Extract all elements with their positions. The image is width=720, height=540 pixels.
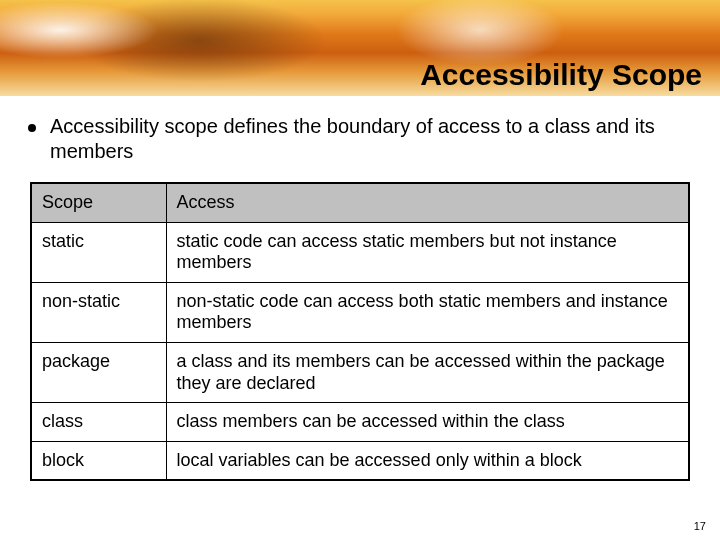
slide-title: Accessibility Scope (420, 58, 702, 92)
table-row: static static code can access static mem… (31, 222, 689, 282)
page-number: 17 (694, 520, 706, 532)
col-header-access: Access (166, 183, 689, 222)
table-row: block local variables can be accessed on… (31, 441, 689, 480)
cell-access: local variables can be accessed only wit… (166, 441, 689, 480)
cell-access: static code can access static members bu… (166, 222, 689, 282)
cell-scope: package (31, 342, 166, 402)
bullet-dot-icon (28, 124, 36, 132)
cell-scope: block (31, 441, 166, 480)
cell-scope: class (31, 403, 166, 442)
table-header-row: Scope Access (31, 183, 689, 222)
cell-access: a class and its members can be accessed … (166, 342, 689, 402)
table-row: package a class and its members can be a… (31, 342, 689, 402)
cell-access: non-static code can access both static m… (166, 282, 689, 342)
col-header-scope: Scope (31, 183, 166, 222)
table-row: non-static non-static code can access bo… (31, 282, 689, 342)
cell-scope: static (31, 222, 166, 282)
table-row: class class members can be accessed with… (31, 403, 689, 442)
cell-scope: non-static (31, 282, 166, 342)
bullet-item: Accessibility scope defines the boundary… (28, 114, 692, 164)
scope-table: Scope Access static static code can acce… (30, 182, 690, 481)
header-band: Accessibility Scope (0, 0, 720, 96)
slide-content: Accessibility scope defines the boundary… (0, 96, 720, 481)
bullet-text: Accessibility scope defines the boundary… (50, 114, 692, 164)
cell-access: class members can be accessed within the… (166, 403, 689, 442)
